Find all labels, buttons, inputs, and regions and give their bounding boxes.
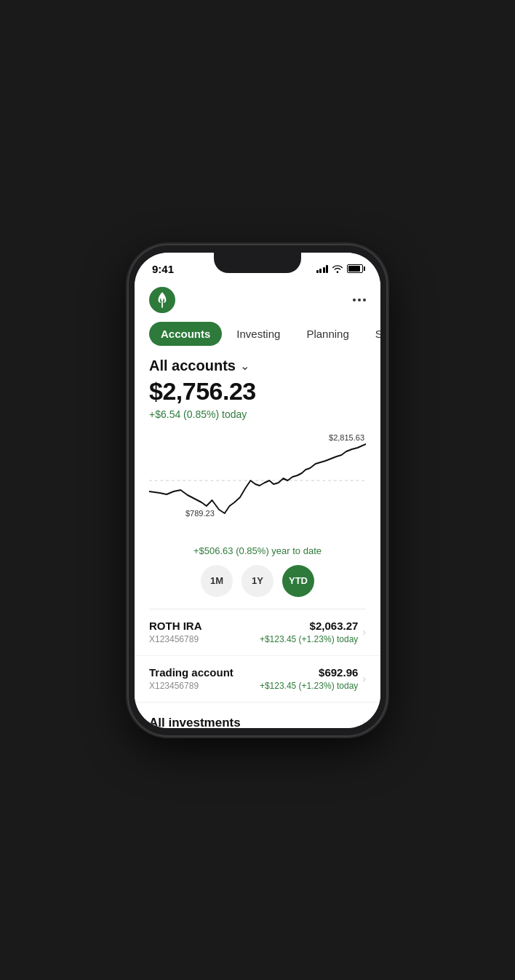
- roth-ira-change: +$123.45 (+1.23%) today: [260, 634, 358, 644]
- time-btn-1m[interactable]: 1M: [201, 565, 233, 597]
- status-icons: [316, 264, 364, 273]
- roth-ira-values: $2,063.27 +$123.45 (+1.23%) today: [260, 620, 358, 645]
- app-logo[interactable]: [149, 287, 175, 313]
- app-header: [135, 281, 380, 322]
- investments-chevron-icon: ›: [362, 717, 366, 728]
- dropdown-chevron-icon: ⌄: [240, 359, 249, 373]
- battery-icon: [347, 264, 363, 273]
- account-item-trading[interactable]: Trading account X123456789 $692.96 +$123…: [135, 656, 380, 703]
- roth-ira-number: X123456789: [149, 634, 202, 644]
- account-item-left-trading: Trading account X123456789: [149, 666, 233, 691]
- chart-max-label: $2,815.63: [329, 433, 364, 442]
- logo-svg: [149, 287, 175, 313]
- account-item-right-trading: $692.96 +$123.45 (+1.23%) today ›: [260, 666, 366, 692]
- trading-account-values: $692.96 +$123.45 (+1.23%) today: [260, 666, 358, 692]
- account-item-roth-ira[interactable]: ROTH IRA X123456789 $2,063.27 +$123.45 (…: [135, 609, 380, 656]
- notch: [214, 253, 301, 273]
- tab-accounts[interactable]: Accounts: [149, 322, 222, 346]
- investments-label: All investments: [149, 716, 241, 728]
- more-menu-button[interactable]: [353, 299, 366, 301]
- account-item-right-roth: $2,063.27 +$123.45 (+1.23%) today ›: [260, 620, 366, 645]
- trading-account-value: $692.96: [260, 666, 358, 679]
- trading-account-name: Trading account: [149, 666, 233, 679]
- tab-investing[interactable]: Investing: [225, 322, 292, 346]
- chart-ytd-change: +$506.63 (0.85%) year to date: [135, 545, 380, 556]
- status-time: 9:41: [152, 263, 174, 275]
- account-title-row[interactable]: All accounts ⌄: [149, 357, 366, 374]
- account-title: All accounts: [149, 357, 236, 374]
- account-item-left-roth: ROTH IRA X123456789: [149, 620, 202, 644]
- chart-min-label: $789.23: [185, 509, 215, 518]
- account-balance: $2,756.23: [149, 377, 366, 406]
- trading-account-number: X123456789: [149, 681, 233, 691]
- chart-svg: [149, 433, 366, 521]
- battery-fill: [348, 266, 360, 272]
- tab-spending[interactable]: Spending: [364, 322, 380, 346]
- phone-frame: 9:41: [129, 245, 386, 735]
- time-btn-ytd[interactable]: YTD: [282, 565, 314, 597]
- time-btn-1y[interactable]: 1Y: [241, 565, 274, 597]
- roth-ira-name: ROTH IRA: [149, 620, 202, 632]
- tab-planning[interactable]: Planning: [295, 322, 360, 346]
- signal-icon: [316, 264, 329, 273]
- account-change-today: +$6.54 (0.85%) today: [149, 408, 366, 420]
- phone-screen: 9:41: [135, 253, 380, 728]
- screen-content: 9:41: [135, 253, 380, 728]
- roth-ira-chevron-icon: ›: [362, 626, 366, 638]
- menu-item-investments[interactable]: All investments ›: [135, 703, 380, 728]
- account-overview: All accounts ⌄ $2,756.23 +$6.54 (0.85%) …: [135, 357, 380, 426]
- time-period-selector: 1M 1Y YTD: [135, 556, 380, 609]
- trading-account-change: +$123.45 (+1.23%) today: [260, 681, 358, 691]
- roth-ira-value: $2,063.27: [260, 620, 358, 632]
- chart-container: $2,815.63 $789.23: [135, 426, 380, 542]
- nav-tabs: Accounts Investing Planning Spending: [135, 322, 380, 357]
- trading-account-chevron-icon: ›: [362, 673, 366, 684]
- wifi-icon: [332, 264, 343, 273]
